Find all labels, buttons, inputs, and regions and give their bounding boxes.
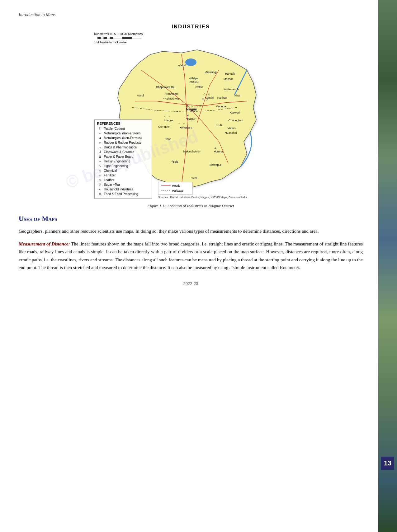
right-sidebar: 13 [378,0,397,532]
ref-symbol-met-iron: + [97,131,103,135]
legend-railways-label: Railways [172,189,184,192]
ref-label-heavy: Heavy Engineering [104,159,130,163]
place-raipur: •Raipur [186,117,196,120]
svg-rect-5 [113,37,122,39]
ref-drugs: ∩ Drugs & Pharmaceutical [97,145,149,149]
ref-household: • Household Industries [97,187,149,191]
ref-label-rubber: Rubber & Rubber Products [104,141,141,145]
page-number-badge: 13 [381,457,394,470]
ref-symbol-drugs: ∩ [97,145,103,149]
svg-text:▷: ▷ [200,104,202,107]
water-body [185,58,196,66]
place-khapa: •Khāpa [189,77,198,80]
ref-metallurgical-nonferrous: ◄ Metallurgical (Non-Ferrous) [97,136,149,140]
place-ramtek: Rāmtek [225,72,235,75]
svg-text:△: △ [208,92,210,96]
ref-symbol-fertilizer: ← [97,173,103,177]
place-sirsi: •Sirsi [191,176,197,180]
place-veltur: Veltur• [228,127,236,130]
map-title: INDUSTRIES [19,24,363,30]
place-bori: •Bori [165,138,171,141]
ref-label-fertilizer: Fertilizer [104,173,116,177]
scale-text: Kilometres 10 5 0 10 20 Kilometres [94,32,287,36]
map-source: Sources : District Industries Centre; Na… [158,196,247,199]
main-content: © be republished Introduction to Maps IN… [0,0,378,532]
place-gowari: •Gowari [230,111,240,114]
ref-light-engineering: ▷ Light Engineering [97,164,149,168]
ref-fertilizer: ← Fertilizer [97,173,149,177]
ref-symbol-met-nf: ◄ [97,136,103,140]
ref-textile: ¢ Textile (Cotton) [97,127,149,131]
ref-symbol-paper: ⊠ [97,155,103,159]
svg-text:▷: ▷ [206,98,208,101]
svg-text:•: • [164,115,165,118]
measurement-paragraph: Measurement of Distance: The linear feat… [19,240,363,272]
place-kelod: •Kelod [178,64,186,67]
ref-label-met-nf: Metallurgical (Non-Ferrous) [104,136,142,140]
ref-metallurgical-iron: + Metallurgical (Iron & Steel) [97,131,149,135]
ref-sugar: ▽ Sugar +Tea [97,183,149,187]
ref-symbol-household: • [97,187,103,191]
svg-text:△: △ [196,104,198,107]
svg-rect-6 [122,37,132,39]
figure-caption: Figure 1.13 Location of Industries in Na… [19,203,363,208]
svg-rect-1 [101,37,104,39]
ref-symbol-sugar: ▽ [97,183,103,187]
ref-label-chemical: Chemical [104,169,117,173]
place-umrer: •Umrer [214,150,223,153]
svg-text:◄: ◄ [186,114,189,117]
place-bansingi: •Bansingi [205,71,217,74]
ref-glassware: U Glassware & Ceramic [97,150,149,154]
measurement-heading: Measurement of Distance: [19,241,70,246]
place-makardhokra: Makardhokra• [183,150,201,153]
place-nagpur: Nāgpur [186,108,197,111]
svg-text:△: △ [202,97,204,100]
svg-text:∩: ∩ [183,122,185,125]
place-wagdara: •Wagdara [180,126,192,129]
uses-intro-paragraph: Geographers, planners and other resource… [19,227,363,236]
ref-label-drugs: Drugs & Pharmaceutical [104,145,138,149]
section-heading-uses: Uses of Maps [19,215,363,223]
svg-rect-0 [97,37,101,39]
ref-heavy-engineering: ≍ Heavy Engineering [97,159,149,163]
ref-symbol-food: ⊛ [97,192,103,196]
ref-label-paper: Paper & Paper Board [104,155,134,159]
ref-symbol-leather: ◇ [97,178,103,182]
svg-rect-4 [110,37,113,39]
svg-text:▽: ▽ [172,159,174,162]
place-kanhan: Kanhan [217,96,227,99]
ref-label-light: Light Engineering [104,164,128,168]
ref-label-leather: Leather [104,178,115,182]
place-gumgaon: Gumgaon [158,125,171,128]
scale-sub: 1 Millimetre to 1 Kilometre [94,41,287,44]
ref-food: ⊛ Food & Food Processing [97,192,149,196]
place-katol: Kātol [137,94,144,97]
ref-symbol-rubber: ○ [97,141,103,145]
map-section: INDUSTRIES Kilometres 10 5 0 10 20 Kilom… [19,24,363,208]
place-mandhai: •Mandhāi [225,131,237,134]
place-brahmani: •Brahmani [165,92,178,96]
place-dhapewara: Dhāpewara Bk. [156,86,175,89]
ref-label-met-iron: Metallurgical (Iron & Steel) [104,131,141,135]
page-footer: 2022-23 [19,281,363,286]
page-header: Introduction to Maps [19,12,363,17]
ref-symbol-heavy: ≍ [97,159,103,163]
scale-bar: Kilometres 10 5 0 10 20 Kilometres 1 Mil… [94,32,287,44]
ref-rubber: ○ Rubber & Rubber Products [97,141,149,145]
place-hingna: Hingna [164,119,173,122]
references-box: REFERENCES ¢ Textile (Cotton) + Metallur… [94,119,152,199]
uses-section: Uses of Maps Geographers, planners and o… [19,215,363,272]
map-svg-wrapper: Kilometres 10 5 0 10 20 Kilometres 1 Mil… [94,32,287,202]
svg-rect-3 [107,37,110,39]
ref-symbol-textile: ¢ [97,127,103,131]
svg-text:△: △ [191,104,193,107]
ref-paper: ⊠ Paper & Paper Board [97,155,149,159]
place-mansar: Mansar [224,77,233,81]
ref-label-glassware: Glassware & Ceramic [104,150,134,154]
ref-leather: ◇ Leather [97,178,149,182]
ref-label-food: Food & Food Processing [104,192,138,196]
place-kalmeshwar: •Kalmeshwar [163,97,180,100]
legend-roads-label: Roads [172,184,181,187]
ref-label-sugar: Sugar +Tea [104,183,120,187]
references-title: REFERENCES [97,122,149,125]
